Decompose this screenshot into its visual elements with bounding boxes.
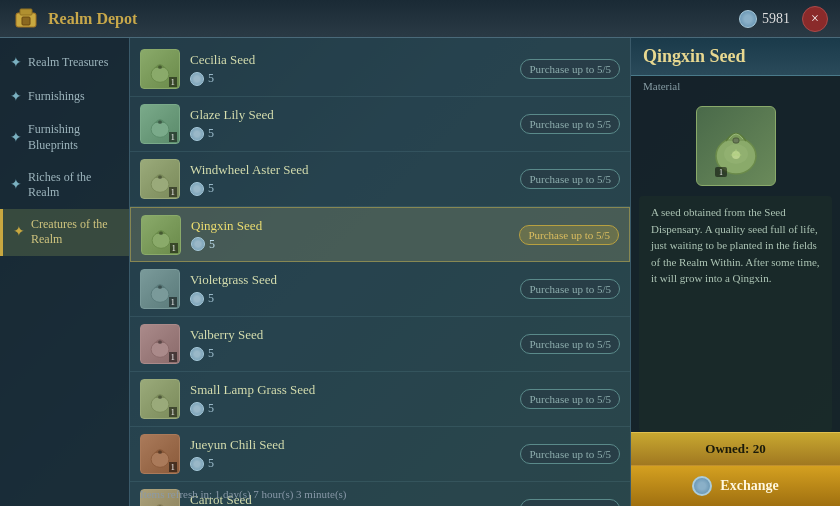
svg-rect-1 [20, 9, 32, 15]
purchase-button[interactable]: Purchase up to 5/5 [520, 279, 620, 299]
svg-point-5 [155, 69, 166, 78]
item-thumbnail: 1 [141, 215, 181, 255]
coin-icon [190, 457, 204, 471]
coin-icon [190, 182, 204, 196]
item-row[interactable]: 1 Jueyun Chili Seed5Purchase up to 5/5 [130, 427, 630, 482]
sidebar-item-furnishings[interactable]: ✦Furnishings [0, 80, 129, 114]
item-info: Qingxin Seed5 [191, 218, 519, 252]
detail-image: 1 [696, 106, 776, 186]
item-thumbnail: 1 [140, 49, 180, 89]
cost-value: 5 [209, 237, 215, 252]
coin-icon [190, 72, 204, 86]
purchase-button[interactable]: Purchase up to 5/5 [519, 225, 619, 245]
item-row[interactable]: 1 Glaze Lily Seed5Purchase up to 5/5 [130, 97, 630, 152]
star-icon: ✦ [13, 223, 25, 241]
item-info: Glaze Lily Seed5 [190, 107, 520, 141]
item-cost: 5 [190, 181, 520, 196]
exchange-label: Exchange [720, 478, 778, 494]
star-icon: ✦ [10, 54, 22, 72]
item-info: Cecilia Seed5 [190, 52, 520, 86]
item-name: Qingxin Seed [191, 218, 519, 234]
svg-rect-7 [158, 120, 162, 124]
detail-title: Qingxin Seed [631, 38, 840, 76]
item-info: Jueyun Chili Seed5 [190, 437, 520, 471]
item-thumbnail: 1 [140, 159, 180, 199]
close-button[interactable]: × [802, 6, 828, 32]
purchase-button[interactable]: Purchase up to 5/5 [520, 59, 620, 79]
main-content: ✦Realm Treasures✦Furnishings✦Furnishing … [0, 38, 840, 506]
purchase-button[interactable]: Purchase up to 5/5 [520, 444, 620, 464]
sidebar-item-label: Riches of the Realm [28, 170, 119, 201]
coin-icon [191, 237, 205, 251]
item-cost: 5 [190, 401, 520, 416]
item-info: Windwheel Aster Seed5 [190, 162, 520, 196]
sidebar-item-furnishing-blueprints[interactable]: ✦Furnishing Blueprints [0, 114, 129, 161]
item-name: Violetgrass Seed [190, 272, 520, 288]
svg-rect-13 [159, 231, 163, 235]
svg-point-14 [156, 235, 167, 244]
item-cost: 5 [190, 126, 520, 141]
coin-icon [190, 292, 204, 306]
sidebar-item-riches-of-the-realm[interactable]: ✦Riches of the Realm [0, 162, 129, 209]
item-row[interactable]: 1 Cecilia Seed5Purchase up to 5/5 [130, 42, 630, 97]
depot-icon [12, 5, 40, 33]
item-name: Valberry Seed [190, 327, 520, 343]
exchange-button[interactable]: Exchange [631, 465, 840, 506]
item-info: Valberry Seed5 [190, 327, 520, 361]
items-panel[interactable]: 1 Cecilia Seed5Purchase up to 5/5 1 Glaz… [130, 38, 630, 506]
sidebar-item-label: Furnishings [28, 89, 85, 105]
sidebar-item-label: Realm Treasures [28, 55, 108, 71]
items-list: 1 Cecilia Seed5Purchase up to 5/5 1 Glaz… [130, 38, 630, 506]
refresh-timer: Items refresh in: 1 day(s) 7 hour(s) 3 m… [140, 488, 347, 500]
item-thumbnail: 1 [140, 379, 180, 419]
currency-display: 5981 [739, 10, 790, 28]
purchase-button[interactable]: Purchase up to 5/5 [520, 499, 620, 506]
cost-value: 5 [208, 401, 214, 416]
svg-rect-22 [158, 395, 162, 399]
cost-value: 5 [208, 346, 214, 361]
purchase-button[interactable]: Purchase up to 5/5 [520, 169, 620, 189]
item-row[interactable]: 1 Small Lamp Grass Seed5Purchase up to 5… [130, 372, 630, 427]
item-name: Jueyun Chili Seed [190, 437, 520, 453]
cost-value: 5 [208, 456, 214, 471]
item-name: Cecilia Seed [190, 52, 520, 68]
star-icon: ✦ [10, 129, 22, 147]
purchase-button[interactable]: Purchase up to 5/5 [520, 334, 620, 354]
svg-rect-33 [733, 138, 739, 143]
purchase-button[interactable]: Purchase up to 5/5 [520, 114, 620, 134]
item-cost: 5 [191, 237, 519, 252]
purchase-button[interactable]: Purchase up to 5/5 [520, 389, 620, 409]
item-thumbnail: 1 [140, 269, 180, 309]
sidebar-item-label: Creatures of the Realm [31, 217, 119, 248]
svg-rect-25 [158, 450, 162, 454]
item-name: Windwheel Aster Seed [190, 162, 520, 178]
item-row[interactable]: 1 Violetgrass Seed5Purchase up to 5/5 [130, 262, 630, 317]
item-cost: 5 [190, 71, 520, 86]
svg-text:1: 1 [719, 168, 723, 177]
svg-rect-16 [158, 285, 162, 289]
exchange-icon [692, 476, 712, 496]
item-cost: 5 [190, 456, 520, 471]
coin-icon [190, 347, 204, 361]
item-thumbnail: 1 [140, 324, 180, 364]
svg-rect-4 [158, 65, 162, 69]
item-info: Violetgrass Seed5 [190, 272, 520, 306]
cost-value: 5 [208, 181, 214, 196]
detail-description: A seed obtained from the Seed Dispensary… [639, 196, 832, 432]
cost-value: 5 [208, 291, 214, 306]
item-row[interactable]: 1 Qingxin Seed5Purchase up to 5/5 [130, 207, 630, 262]
item-name: Small Lamp Grass Seed [190, 382, 520, 398]
coin-icon [190, 402, 204, 416]
sidebar-item-label: Furnishing Blueprints [28, 122, 119, 153]
svg-point-17 [155, 289, 166, 298]
svg-point-20 [155, 344, 166, 353]
item-row[interactable]: 1 Valberry Seed5Purchase up to 5/5 [130, 317, 630, 372]
svg-point-11 [155, 179, 166, 188]
item-row[interactable]: 1 Windwheel Aster Seed5Purchase up to 5/… [130, 152, 630, 207]
sidebar-item-realm-treasures[interactable]: ✦Realm Treasures [0, 46, 129, 80]
currency-amount: 5981 [762, 11, 790, 27]
svg-rect-2 [22, 17, 30, 25]
svg-point-26 [155, 454, 166, 463]
svg-rect-19 [158, 340, 162, 344]
sidebar-item-creatures-of-the-realm[interactable]: ✦Creatures of the Realm [0, 209, 129, 256]
